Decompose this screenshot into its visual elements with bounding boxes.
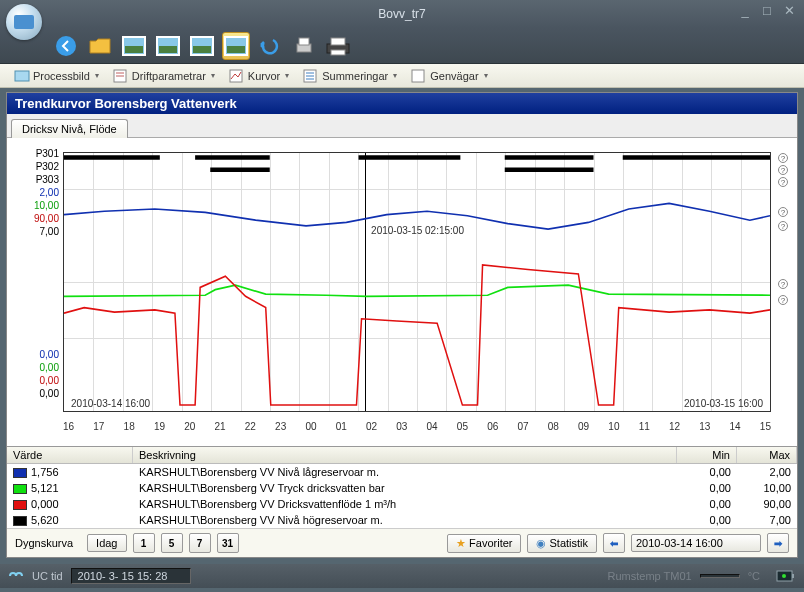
table-row[interactable]: 1,756KARSHULT\Borensberg VV Nivå lågrese…: [7, 464, 797, 480]
svg-rect-16: [230, 70, 242, 82]
back-button[interactable]: [52, 32, 80, 60]
menu-driftparametrar-label: Driftparametrar: [132, 70, 206, 82]
dygnskurva-label: Dygnskurva: [15, 537, 73, 549]
menu-driftparametrar[interactable]: Driftparametrar▾: [107, 66, 221, 86]
help-icon[interactable]: ?: [778, 221, 788, 231]
content-panel: Trendkurvor Borensberg Vattenverk Dricks…: [6, 92, 798, 558]
range-1-button[interactable]: 1: [133, 533, 155, 553]
prev-button[interactable]: ⬅: [603, 533, 625, 553]
table-row[interactable]: 5,121KARSHULT\Borensberg VV Tryck dricks…: [7, 480, 797, 496]
th-min[interactable]: Min: [677, 447, 737, 463]
driftparametrar-icon: [113, 68, 129, 84]
image-view-1-button[interactable]: [120, 32, 148, 60]
image-view-2-button[interactable]: [154, 32, 182, 60]
statistik-button[interactable]: ◉Statistik: [527, 534, 597, 553]
x-axis-labels: 1617181920212223000102030405060708091011…: [63, 421, 771, 432]
undo-button[interactable]: [256, 32, 284, 60]
range-7-button[interactable]: 7: [189, 533, 211, 553]
svg-rect-6: [193, 46, 211, 53]
kurvor-icon: [229, 68, 245, 84]
link-icon: [8, 569, 24, 583]
th-max[interactable]: Max: [737, 447, 797, 463]
svg-rect-10: [299, 38, 309, 45]
minimize-button[interactable]: _: [736, 4, 754, 20]
y-axis-labels: P301 P302 P303 2,00 10,00 90,00 7,00 0,0…: [13, 148, 59, 401]
menubar: Processbild▾ Driftparametrar▾ Kurvor▾ Su…: [0, 64, 804, 88]
svg-rect-2: [125, 46, 143, 53]
statusbar: UC tid 2010- 3- 15 15: 28 Rumstemp TM01 …: [0, 564, 804, 588]
close-button[interactable]: ✕: [780, 4, 798, 20]
svg-rect-27: [792, 574, 794, 578]
range-31-button[interactable]: 31: [217, 533, 239, 553]
svg-rect-12: [331, 38, 345, 45]
window-title: Bovv_tr7: [378, 7, 425, 21]
svg-rect-18: [412, 70, 424, 82]
svg-point-0: [56, 36, 76, 56]
open-folder-button[interactable]: [86, 32, 114, 60]
bottom-bar: Dygnskurva Idag 1 5 7 31 ★Favoriter ◉Sta…: [7, 528, 797, 557]
rumstemp-unit: °C: [748, 570, 760, 582]
chart-plot: for(let i=1;i<24;i++)document.write('<di…: [63, 152, 771, 412]
image-view-3-button[interactable]: [188, 32, 216, 60]
tab-strip: Dricksv Nivå, Flöde: [7, 114, 797, 138]
menu-genvagar[interactable]: Genvägar▾: [405, 66, 493, 86]
help-icon[interactable]: ?: [778, 279, 788, 289]
print-setup-button[interactable]: [290, 32, 318, 60]
battery-icon[interactable]: [776, 569, 796, 583]
menu-kurvor[interactable]: Kurvor▾: [223, 66, 295, 86]
print-button[interactable]: [324, 32, 352, 60]
genvagar-icon: [411, 68, 427, 84]
menu-summeringar[interactable]: Summeringar▾: [297, 66, 403, 86]
range-5-button[interactable]: 5: [161, 533, 183, 553]
table-row[interactable]: 5,620KARSHULT\Borensberg VV Nivå högrese…: [7, 512, 797, 528]
svg-rect-13: [331, 50, 345, 55]
menu-kurvor-label: Kurvor: [248, 70, 280, 82]
rumstemp-label: Rumstemp TM01: [608, 570, 692, 582]
chart-area[interactable]: P301 P302 P303 2,00 10,00 90,00 7,00 0,0…: [7, 138, 797, 446]
panel-title: Trendkurvor Borensberg Vattenverk: [7, 93, 797, 114]
uc-tid-label: UC tid: [32, 570, 63, 582]
svg-point-28: [782, 574, 786, 578]
idag-button[interactable]: Idag: [87, 534, 126, 552]
help-icon[interactable]: ?: [778, 177, 788, 187]
th-varde[interactable]: Värde: [7, 447, 133, 463]
menu-processbild[interactable]: Processbild▾: [8, 66, 105, 86]
help-icon[interactable]: ?: [778, 207, 788, 217]
help-icon[interactable]: ?: [778, 153, 788, 163]
help-icon[interactable]: ?: [778, 165, 788, 175]
maximize-button[interactable]: □: [758, 4, 776, 20]
uc-tid-value: 2010- 3- 15 15: 28: [71, 568, 191, 584]
image-view-4-button[interactable]: [222, 32, 250, 60]
titlebar: Bovv_tr7 _ □ ✕: [0, 0, 804, 28]
svg-rect-14: [15, 71, 29, 81]
th-beskrivning[interactable]: Beskrivning: [133, 447, 677, 463]
date-input[interactable]: [631, 534, 761, 552]
help-icon[interactable]: ?: [778, 295, 788, 305]
menu-summeringar-label: Summeringar: [322, 70, 388, 82]
app-orb-button[interactable]: [6, 4, 42, 40]
table-row[interactable]: 0,000KARSHULT\Borensberg VV Dricksvatten…: [7, 496, 797, 512]
main-toolbar: [0, 28, 804, 64]
app-orb-icon: [14, 15, 34, 29]
next-button[interactable]: ➡: [767, 533, 789, 553]
data-table: Värde Beskrivning Min Max 1,756KARSHULT\…: [7, 446, 797, 528]
processbild-icon: [14, 68, 30, 84]
tab-dricksv[interactable]: Dricksv Nivå, Flöde: [11, 119, 128, 138]
menu-processbild-label: Processbild: [33, 70, 90, 82]
rumstemp-value: [700, 574, 740, 578]
favoriter-button[interactable]: ★Favoriter: [447, 534, 521, 553]
svg-rect-8: [227, 46, 245, 53]
summeringar-icon: [303, 68, 319, 84]
svg-rect-4: [159, 46, 177, 53]
menu-genvagar-label: Genvägar: [430, 70, 478, 82]
